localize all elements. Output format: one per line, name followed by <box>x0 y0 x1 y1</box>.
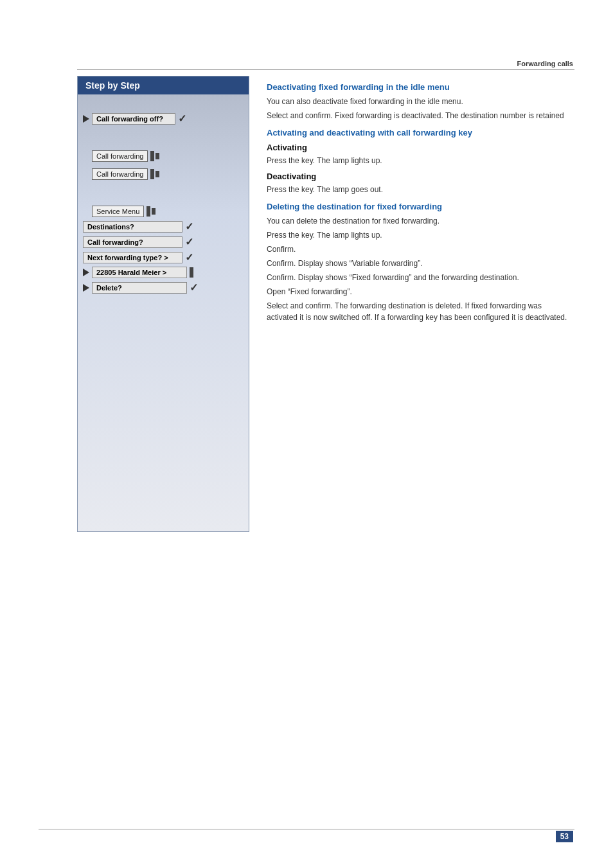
call-forwarding-key-row1: Call forwarding <box>92 150 244 162</box>
checkmark-icon: ✓ <box>185 236 193 248</box>
section2-sub2: Deactivating <box>267 172 574 181</box>
indicator-bars-3 <box>146 206 156 217</box>
bar <box>155 153 159 159</box>
bar <box>150 151 154 161</box>
call-forwarding-off-row: Call forwarding off? ✓ <box>83 112 244 125</box>
section3-para4: Confirm. Display shows “Variable forward… <box>267 258 574 269</box>
section3-para6: Open “Fixed forwarding”. <box>267 286 574 297</box>
delete-label: Delete? <box>92 282 187 294</box>
arrow-icon <box>83 284 89 292</box>
indicator-bars-1 <box>150 151 160 161</box>
bar <box>155 171 159 177</box>
right-content: Deactivating fixed forwarding in the idl… <box>267 76 574 326</box>
step-by-step-title: Step by Step <box>78 76 249 94</box>
section3-para5: Confirm. Display shows “Fixed forwarding… <box>267 272 574 283</box>
section3-para7: Select and confirm. The forwarding desti… <box>267 300 574 323</box>
section2-deactivating-text: Press the key. The lamp goes out. <box>267 184 574 195</box>
section3-para1: You can delete the destination for fixed… <box>267 215 574 227</box>
spacer <box>83 100 244 112</box>
page: Forwarding calls Step by Step Call forwa… <box>0 0 613 868</box>
footer-rule <box>39 829 574 829</box>
call-forwarding-key1-label: Call forwarding <box>92 150 148 162</box>
checkmark-icon: ✓ <box>185 220 193 233</box>
section3-para3: Confirm. <box>267 244 574 255</box>
section3-heading: Deleting the destination for fixed forwa… <box>267 202 574 211</box>
meier-row: 22805 Harald Meier > <box>83 267 244 278</box>
call-forwarding-off-label: Call forwarding off? <box>92 113 175 125</box>
bar <box>190 267 193 278</box>
spacer <box>83 180 244 193</box>
next-forwarding-label: Next forwarding type? > <box>83 252 182 263</box>
call-forwarding-key2-label: Call forwarding <box>92 168 148 180</box>
spacer <box>83 137 244 150</box>
section1-para1: You can also deactivate fixed forwarding… <box>267 96 574 107</box>
bar <box>152 208 155 215</box>
section2-activating-text: Press the key. The lamp lights up. <box>267 155 574 166</box>
header-rule <box>77 69 574 70</box>
destinations-label: Destinations? <box>83 221 182 233</box>
destinations-row: Destinations? ✓ <box>83 220 244 233</box>
service-menu-row: Service Menu <box>92 206 244 217</box>
spacer <box>83 125 244 137</box>
bar <box>150 169 154 179</box>
section1-heading: Deactivating fixed forwarding in the idl… <box>267 82 574 92</box>
bar <box>147 206 150 217</box>
spacer <box>83 193 244 206</box>
arrow-icon <box>83 269 89 276</box>
step-content: Call forwarding off? ✓ Call forwarding C… <box>78 94 249 299</box>
meier-label: 22805 Harald Meier > <box>92 267 187 278</box>
call-forwarding-key-row2: Call forwarding <box>92 168 244 180</box>
checkmark-icon: ✓ <box>190 281 198 294</box>
indicator-bars-4 <box>189 267 194 278</box>
step-by-step-panel: Step by Step Call forwarding off? ✓ Call… <box>77 76 249 532</box>
service-menu-label: Service Menu <box>92 206 144 217</box>
checkmark-icon: ✓ <box>178 112 186 125</box>
header-title: Forwarding calls <box>517 60 573 67</box>
next-forwarding-row: Next forwarding type? > ✓ <box>83 251 244 263</box>
call-forwarding-q-row: Call forwarding? ✓ <box>83 236 244 248</box>
section1-para2: Select and confirm. Fixed forwarding is … <box>267 110 574 121</box>
page-number: 53 <box>556 831 573 842</box>
section2-heading: Activating and deactivating with call fo… <box>267 128 574 137</box>
indicator-bars-2 <box>150 169 160 179</box>
section2-sub1: Activating <box>267 143 574 152</box>
call-forwarding-q-label: Call forwarding? <box>83 236 182 248</box>
arrow-icon <box>83 115 89 123</box>
delete-row: Delete? ✓ <box>83 281 244 294</box>
checkmark-icon: ✓ <box>185 251 193 263</box>
section3-para2: Press the key. The lamp lights up. <box>267 229 574 241</box>
